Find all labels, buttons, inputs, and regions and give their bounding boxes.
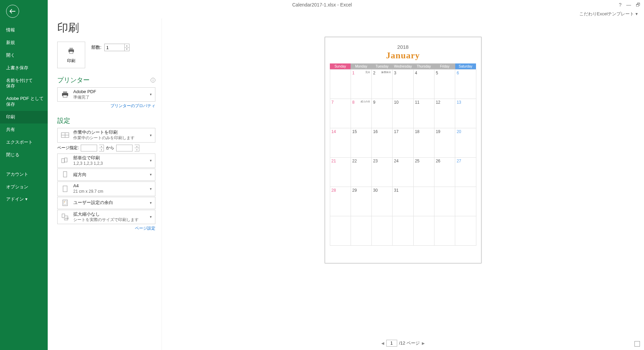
calendar-cell: 6 bbox=[455, 70, 476, 99]
svg-text:100: 100 bbox=[65, 217, 69, 219]
calendar-cell bbox=[330, 70, 351, 99]
orientation-dropdown[interactable]: 縦方向 ▼ bbox=[57, 169, 155, 181]
sidebar-item-5[interactable]: Adobe PDF として保存 bbox=[0, 92, 48, 111]
svg-rect-14 bbox=[64, 201, 66, 205]
page-setup-link[interactable]: ページ設定 bbox=[57, 225, 155, 231]
calendar-cell: 7 bbox=[330, 99, 351, 128]
calendar-cell: 4 bbox=[413, 70, 434, 99]
dow-header: Saturday bbox=[455, 63, 476, 70]
calendar-cell: 29 bbox=[351, 187, 371, 216]
calendar-cell bbox=[434, 187, 455, 216]
dow-header: Thursday bbox=[413, 63, 434, 70]
sidebar-item-4[interactable]: 名前を付けて保存 bbox=[0, 74, 48, 93]
margins-dropdown[interactable]: ユーザー設定の余白 ▼ bbox=[57, 197, 155, 209]
chevron-down-icon: ▼ bbox=[149, 187, 152, 191]
calendar-cell: 18 bbox=[413, 128, 434, 158]
calendar-cell: 13 bbox=[455, 99, 476, 128]
dow-header: Tuesday bbox=[372, 63, 393, 70]
sidebar-item-12[interactable]: オプション bbox=[0, 181, 48, 193]
calendar-cell: 24 bbox=[393, 158, 413, 187]
calendar-cell bbox=[455, 216, 476, 246]
calendar-cell: 9 bbox=[372, 99, 393, 128]
calendar-cell bbox=[330, 216, 351, 246]
calendar-cell: 11 bbox=[413, 99, 434, 128]
restore-button[interactable]: 🗗 bbox=[636, 2, 641, 8]
total-pages-label: /12 ページ bbox=[399, 340, 420, 346]
preview-page: 2018 January SundayMondayTuesdayWednesda… bbox=[325, 37, 481, 263]
svg-rect-11 bbox=[63, 172, 67, 177]
paper-size-dropdown[interactable]: A421 cm x 29.7 cm ▼ bbox=[57, 181, 155, 196]
sidebar-item-7[interactable]: 共有 bbox=[0, 123, 48, 136]
calendar-cell: 14 bbox=[330, 128, 351, 158]
scaling-icon: 100 bbox=[60, 214, 70, 220]
title-bar: Calendar2017-1.xlsx - Excel ? — 🗗 bbox=[0, 0, 644, 10]
calendar-cell bbox=[351, 216, 371, 246]
dow-header: Sunday bbox=[330, 63, 351, 70]
page-to-input[interactable] bbox=[116, 145, 133, 151]
copies-label: 部数: bbox=[91, 44, 102, 50]
scaling-dropdown[interactable]: 100 拡大縮小なしシートを実際のサイズで印刷します ▼ bbox=[57, 210, 155, 224]
template-dropdown[interactable]: こだわりExcelテンプレート ▾ bbox=[579, 11, 638, 17]
collate-icon bbox=[60, 157, 70, 164]
sidebar-item-1[interactable]: 新規 bbox=[0, 37, 48, 49]
sidebar-item-11[interactable]: アカウント bbox=[0, 168, 48, 181]
copies-spinner[interactable]: ▲▼ bbox=[104, 44, 129, 51]
sidebar-item-6[interactable]: 印刷 bbox=[0, 111, 48, 123]
sidebar-item-13[interactable]: アドイン ▾ bbox=[0, 193, 48, 206]
sheets-icon bbox=[60, 132, 70, 139]
current-page-input[interactable] bbox=[386, 340, 397, 347]
calendar-cell: 28 bbox=[330, 187, 351, 216]
next-page-button[interactable]: ▶ bbox=[422, 341, 425, 346]
info-icon[interactable]: i bbox=[151, 78, 155, 83]
back-button[interactable] bbox=[6, 5, 19, 18]
calendar-cell: 15 bbox=[351, 128, 371, 158]
portrait-icon bbox=[60, 171, 70, 178]
calendar-cell: 12 bbox=[434, 99, 455, 128]
help-button[interactable]: ? bbox=[619, 2, 622, 8]
calendar-cell bbox=[413, 187, 434, 216]
page-range-label: ページ指定: bbox=[57, 145, 79, 151]
sidebar-item-2[interactable]: 開く bbox=[0, 49, 48, 62]
chevron-down-icon: ▼ bbox=[149, 201, 152, 205]
spin-up-icon[interactable]: ▲ bbox=[125, 44, 129, 48]
chevron-down-icon: ▼ bbox=[149, 173, 152, 176]
calendar-cell: 1元日 bbox=[351, 70, 371, 99]
calendar-cell: 26 bbox=[434, 158, 455, 187]
page-from-input[interactable] bbox=[81, 145, 97, 151]
calendar-cell bbox=[434, 216, 455, 246]
printer-properties-link[interactable]: プリンターのプロパティ bbox=[57, 103, 155, 109]
calendar-cell: 5 bbox=[434, 70, 455, 99]
calendar-cell: 2振替休日 bbox=[372, 70, 393, 99]
zoom-to-page-button[interactable] bbox=[634, 341, 640, 347]
page-heading: 印刷 bbox=[57, 20, 155, 35]
collate-dropdown[interactable]: 部単位で印刷1,2,3 1,2,3 1,2,3 ▼ bbox=[57, 154, 155, 168]
chevron-down-icon: ▼ bbox=[149, 159, 152, 162]
page-icon bbox=[60, 186, 70, 192]
svg-rect-1 bbox=[70, 48, 73, 49]
spin-down-icon[interactable]: ▼ bbox=[125, 48, 129, 51]
prev-page-button[interactable]: ◀ bbox=[381, 341, 384, 346]
printer-icon bbox=[67, 46, 75, 57]
svg-rect-9 bbox=[62, 159, 64, 163]
calendar-cell: 21 bbox=[330, 158, 351, 187]
window-title: Calendar2017-1.xlsx - Excel bbox=[292, 2, 352, 8]
print-scope-dropdown[interactable]: 作業中のシートを印刷作業中のシートのみを印刷します ▼ bbox=[57, 128, 155, 142]
margins-icon bbox=[60, 200, 70, 206]
sidebar-item-0[interactable]: 情報 bbox=[0, 24, 48, 37]
calendar-cell: 25 bbox=[413, 158, 434, 187]
copies-input[interactable] bbox=[105, 44, 124, 51]
calendar-cell: 16 bbox=[372, 128, 393, 158]
calendar-table: SundayMondayTuesdayWednesdayThursdayFrid… bbox=[330, 63, 476, 246]
calendar-year: 2018 bbox=[330, 44, 476, 50]
sidebar-item-8[interactable]: エクスポート bbox=[0, 136, 48, 149]
sidebar-item-3[interactable]: 上書き保存 bbox=[0, 62, 48, 74]
calendar-cell: 30 bbox=[372, 187, 393, 216]
minimize-button[interactable]: — bbox=[626, 2, 631, 8]
sidebar-item-9[interactable]: 閉じる bbox=[0, 149, 48, 161]
printer-dropdown[interactable]: Adobe PDF準備完了 ▼ bbox=[57, 87, 155, 102]
chevron-down-icon: ▼ bbox=[149, 93, 152, 96]
printer-section-heading: プリンター bbox=[57, 76, 90, 85]
calendar-cell bbox=[372, 216, 393, 246]
print-settings-panel: 印刷 印刷 部数: ▲▼ プリンター i bbox=[48, 18, 160, 350]
print-button[interactable]: 印刷 bbox=[57, 42, 85, 68]
